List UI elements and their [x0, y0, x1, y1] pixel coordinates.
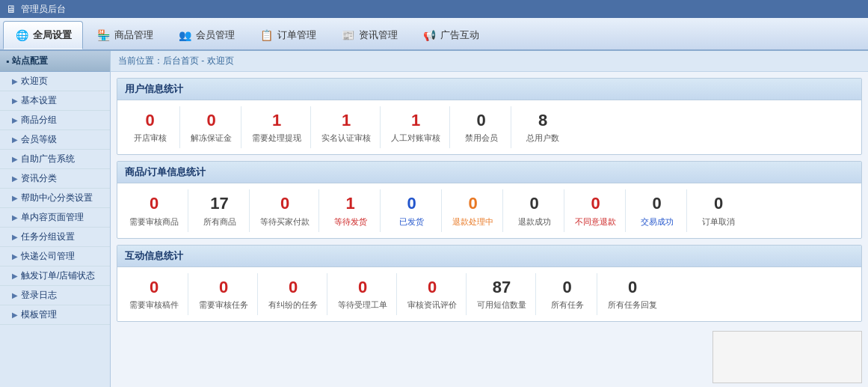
stat-label: 解冻保证金 [191, 132, 232, 144]
nav-item-product-management[interactable]: 🏪商品管理 [84, 21, 164, 49]
nav-item-news-management[interactable]: 📰资讯管理 [329, 21, 409, 49]
sidebar-item-4[interactable]: ▶自助广告系统 [0, 150, 110, 169]
sidebar-item-0[interactable]: ▶欢迎页 [0, 72, 110, 91]
breadcrumb: 当前位置：后台首页 - 欢迎页 [111, 51, 868, 72]
chevron-right-icon: ▶ [12, 252, 18, 260]
chevron-right-icon: ▶ [12, 116, 18, 124]
order-icon: 📋 [259, 28, 274, 43]
stat-cell-0[interactable]: 0需要审核商品 [120, 189, 188, 231]
stat-label: 开店审核 [134, 132, 167, 144]
stat-value: 87 [493, 278, 511, 297]
stat-label: 不同意退款 [575, 216, 616, 228]
sidebar-items: ▶欢迎页▶基本设置▶商品分组▶会员等级▶自助广告系统▶资讯分类▶帮助中心分类设置… [0, 72, 110, 325]
stat-cell-0[interactable]: 0需要审核稿件 [120, 273, 188, 315]
nav-label: 广告互动 [440, 28, 479, 42]
product-order-stats-title: 商品/订单信息统计 [117, 162, 861, 183]
stat-value: 0 [652, 194, 661, 213]
sidebar-item-12[interactable]: ▶模板管理 [0, 305, 110, 325]
nav-label: 订单管理 [277, 28, 316, 42]
chevron-right-icon: ▶ [12, 311, 18, 319]
nav-item-global-settings[interactable]: 🌐全局设置 [3, 21, 83, 49]
stat-value: 0 [468, 194, 477, 213]
title-bar: 🖥 管理员后台 [0, 0, 868, 18]
interactive-stats-grid: 0需要审核稿件0需要审核任务0有纠纷的任务0等待受理工单0审核资讯评价87可用短… [117, 267, 861, 321]
stat-label: 审核资讯评价 [407, 299, 457, 311]
stat-value: 0 [219, 278, 228, 297]
stat-cell-5[interactable]: 0禁用会员 [452, 106, 511, 148]
sidebar-item-1[interactable]: ▶基本设置 [0, 91, 110, 111]
stat-cell-6[interactable]: 0所有任务 [538, 273, 597, 315]
sidebar-item-7[interactable]: ▶单内容页面管理 [0, 208, 110, 228]
stat-cell-6[interactable]: 8总用户数 [513, 106, 573, 148]
chevron-right-icon: ▶ [12, 233, 18, 241]
sidebar-collapse-icon[interactable]: ▪ [6, 56, 9, 67]
nav-item-ad-interaction[interactable]: 📢广告互动 [410, 21, 490, 49]
interactive-stats-section: 互动信息统计 0需要审核稿件0需要审核任务0有纠纷的任务0等待受理工单0审核资讯… [117, 245, 862, 322]
stat-cell-4[interactable]: 0审核资讯评价 [398, 273, 467, 315]
stat-label: 所有商品 [203, 216, 236, 228]
nav-label: 全局设置 [33, 28, 72, 42]
stat-cell-4[interactable]: 1人工对账审核 [382, 106, 450, 148]
stat-cell-4[interactable]: 0已发货 [382, 189, 442, 231]
nav-item-order-management[interactable]: 📋订单管理 [247, 21, 327, 49]
stat-cell-3[interactable]: 1等待发货 [321, 189, 381, 231]
stat-cell-1[interactable]: 17所有商品 [190, 189, 250, 231]
stat-value: 0 [407, 194, 416, 213]
stat-label: 订单取消 [702, 216, 735, 228]
sidebar-section-title: ▪ 站点配置 [0, 51, 110, 72]
sidebar-section-title-text: 站点配置 [12, 55, 48, 67]
sidebar-item-5[interactable]: ▶资讯分类 [0, 169, 110, 189]
sidebar-item-10[interactable]: ▶触发订单/店铺状态 [0, 266, 110, 286]
stat-value: 0 [150, 194, 158, 213]
user-stats-section: 用户信息统计 0开店审核0解冻保证金1需要处理提现1实名认证审核1人工对账审核0… [117, 78, 862, 155]
stat-cell-3[interactable]: 1实名认证审核 [313, 106, 381, 148]
stat-cell-0[interactable]: 0开店审核 [120, 106, 180, 148]
stat-label: 人工对账审核 [391, 132, 440, 144]
main-content: 当前位置：后台首页 - 欢迎页 用户信息统计 0开店审核0解冻保证金1需要处理提… [111, 51, 868, 387]
sidebar-item-label: 触发订单/店铺状态 [21, 269, 95, 282]
stat-cell-1[interactable]: 0需要审核任务 [190, 273, 258, 315]
stat-cell-3[interactable]: 0等待受理工单 [329, 273, 397, 315]
stat-value: 1 [411, 111, 420, 130]
stat-cell-8[interactable]: 0交易成功 [627, 189, 687, 231]
sidebar-item-8[interactable]: ▶任务分组设置 [0, 228, 110, 247]
stat-cell-7[interactable]: 0不同意退款 [566, 189, 626, 231]
stat-label: 禁用会员 [465, 132, 498, 144]
stat-cell-5[interactable]: 87可用短信数量 [468, 273, 536, 315]
stat-cell-9[interactable]: 0订单取消 [689, 189, 748, 231]
stat-label: 交易成功 [641, 216, 674, 228]
stat-cell-2[interactable]: 1需要处理提现 [243, 106, 311, 148]
sidebar-item-label: 基本设置 [21, 94, 57, 107]
nav-label: 会员管理 [196, 28, 235, 42]
sidebar: ▪ 站点配置 ▶欢迎页▶基本设置▶商品分组▶会员等级▶自助广告系统▶资讯分类▶帮… [0, 51, 111, 387]
nav-label: 商品管理 [114, 28, 153, 42]
stat-cell-2[interactable]: 0有纠纷的任务 [259, 273, 327, 315]
nav-item-member-management[interactable]: 👥会员管理 [166, 21, 246, 49]
sidebar-item-2[interactable]: ▶商品分组 [0, 111, 110, 130]
chevron-right-icon: ▶ [12, 272, 18, 280]
sidebar-item-label: 商品分组 [21, 114, 57, 127]
stat-cell-2[interactable]: 0等待买家付款 [251, 189, 319, 231]
stat-label: 等待受理工单 [338, 299, 387, 311]
stat-value: 0 [628, 278, 637, 297]
nav-label: 资讯管理 [359, 28, 398, 42]
sidebar-item-3[interactable]: ▶会员等级 [0, 130, 110, 150]
stat-cell-5[interactable]: 0退款处理中 [443, 189, 503, 231]
stat-cell-1[interactable]: 0解冻保证金 [182, 106, 241, 148]
stat-cell-7[interactable]: 0所有任务回复 [599, 273, 666, 315]
sidebar-item-11[interactable]: ▶登录日志 [0, 286, 110, 305]
stat-value: 0 [358, 278, 367, 297]
globe-icon: 🌐 [14, 28, 29, 43]
grid-icon: 🏪 [96, 28, 111, 43]
sidebar-item-9[interactable]: ▶快递公司管理 [0, 247, 110, 266]
stat-label: 所有任务 [551, 299, 584, 311]
stat-label: 总用户数 [526, 132, 559, 144]
stat-cell-6[interactable]: 0退款成功 [505, 189, 564, 231]
stat-value: 1 [272, 111, 281, 130]
sidebar-item-label: 登录日志 [21, 289, 57, 302]
sidebar-item-label: 任务分组设置 [21, 231, 75, 243]
sidebar-item-label: 模板管理 [21, 308, 57, 321]
sidebar-item-6[interactable]: ▶帮助中心分类设置 [0, 189, 110, 208]
stat-value: 0 [289, 278, 298, 297]
sidebar-item-label: 欢迎页 [21, 75, 48, 88]
